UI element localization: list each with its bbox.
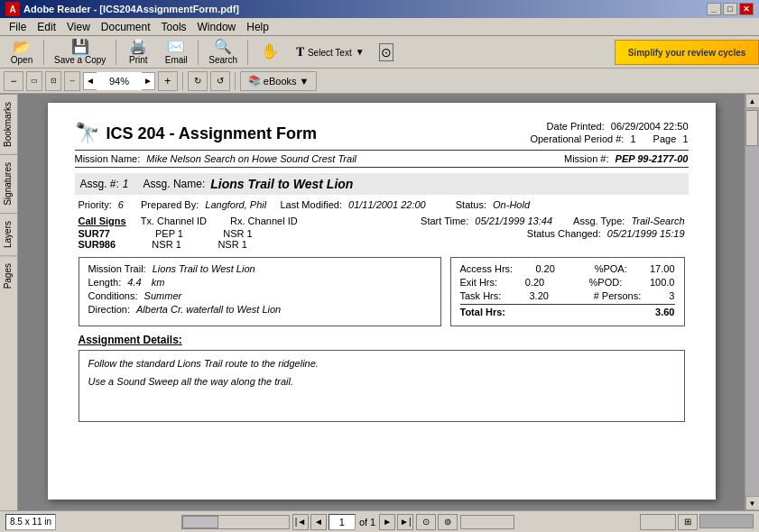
scroll-track[interactable] (745, 108, 760, 496)
toolbar2-separator2 (235, 72, 236, 90)
mission-num-label: Mission #: (564, 153, 609, 164)
save-icon: 💾 (71, 40, 89, 54)
page-fit-button[interactable]: ⊡ (45, 71, 61, 91)
persons-value: 3 (669, 290, 674, 301)
last-page-button[interactable]: ►| (397, 514, 413, 530)
open-button[interactable]: 📂 Open (4, 38, 40, 67)
select-text-button[interactable]: 𝐓 Select Text ▼ (290, 38, 371, 67)
minimize-button[interactable]: _ (707, 3, 721, 15)
pan-button[interactable]: ✋ (252, 38, 288, 67)
start-time-label: Start Time: (421, 216, 468, 226)
horizontal-scroll-right[interactable] (460, 515, 514, 529)
call-sign-sur77: SUR77 (79, 228, 133, 239)
total-hrs-value: 3.60 (655, 307, 674, 317)
select-text-dropdown-icon[interactable]: ▼ (356, 47, 365, 57)
ebooks-dropdown-icon: ▼ (300, 76, 310, 87)
next-page-button[interactable]: ► (379, 514, 395, 530)
page-width-button[interactable]: ↔ (64, 71, 80, 91)
zoom-out-button[interactable]: − (4, 71, 23, 91)
poa-value: 17.00 (650, 263, 675, 274)
call-sign-sur986: SUR986 (79, 239, 133, 250)
left-panel-tabs: Bookmarks Signatures Layers Pages (0, 94, 18, 510)
search-button[interactable]: 🔍 Search (202, 38, 244, 67)
layers-tab[interactable]: Layers (0, 213, 17, 255)
call-signs-label: Call Signs (79, 216, 126, 226)
exit-hrs-row: Exit Hrs: 0.20 %POD: 100.0 (460, 277, 675, 288)
toolbar: 📂 Open 💾 Save a Copy 🖨️ Print ✉️ Email 🔍… (0, 36, 759, 69)
access-hrs-value: 0.20 (535, 263, 571, 274)
zoom-input[interactable] (97, 72, 142, 90)
priority-value: 6 (118, 199, 124, 210)
prev-page-button[interactable]: ◄ (310, 514, 327, 530)
restore-button[interactable]: □ (723, 3, 737, 15)
task-hrs-label: Task Hrs: (460, 290, 502, 301)
email-icon: ✉️ (167, 40, 185, 54)
scroll-thumb[interactable] (745, 110, 758, 146)
menu-view[interactable]: View (61, 19, 96, 35)
sur77-tx: PEP 1 (138, 228, 201, 239)
horizontal-scroll-area[interactable] (181, 515, 290, 529)
poa-label: %POA: (595, 263, 627, 274)
current-page-input[interactable] (329, 514, 356, 530)
pages-tab[interactable]: Pages (0, 255, 17, 296)
status-extra-btn1[interactable] (640, 514, 676, 530)
rotate-cw-button[interactable]: ↻ (188, 71, 208, 91)
pdf-header-row: 🔭 ICS 204 - Assignment Form Date Printed… (75, 121, 689, 146)
menu-file[interactable]: File (4, 19, 32, 35)
close-button[interactable]: ✕ (739, 3, 754, 15)
ad-banner[interactable]: Simplify your review cycles (615, 40, 759, 65)
sur986-rx: NSR 1 (201, 239, 264, 250)
app-icon: A (5, 2, 20, 16)
trail-hours-section: Mission Trail: Lions Trail to West Lion … (79, 257, 685, 326)
date-printed-label: Date Printed: (547, 121, 605, 132)
menubar: File Edit View Document Tools Window Hel… (0, 18, 759, 36)
zoom-display: ◄ ► (83, 72, 155, 90)
bookmarks-tab[interactable]: Bookmarks (0, 94, 17, 154)
menu-help[interactable]: Help (241, 19, 274, 35)
pdf-scroll-area[interactable]: 🔭 ICS 204 - Assignment Form Date Printed… (18, 94, 745, 510)
menu-window[interactable]: Window (192, 19, 242, 35)
task-hrs-value: 3.20 (529, 290, 565, 301)
zoom-back-icon[interactable]: ◄ (84, 76, 97, 86)
email-button[interactable]: ✉️ Email (158, 38, 194, 67)
first-page-button[interactable]: |◄ (292, 514, 309, 530)
signatures-tab[interactable]: Signatures (0, 154, 17, 213)
page-thumb-button[interactable]: ▭ (26, 71, 42, 91)
total-hrs-row: Total Hrs: 3.60 (460, 304, 675, 317)
print-button[interactable]: 🖨️ Print (120, 38, 156, 67)
persons-label: # Persons: (594, 290, 642, 301)
zoom-fwd-icon[interactable]: ► (142, 76, 154, 86)
direction-label: Direction: (88, 304, 130, 315)
snapshot-icon: ⊙ (379, 43, 393, 61)
snapshot-button[interactable]: ⊙ (373, 38, 400, 67)
menu-document[interactable]: Document (96, 19, 156, 35)
rec-start-button[interactable]: ⊙ (416, 514, 436, 530)
scroll-down-button[interactable]: ▼ (745, 496, 760, 510)
save-copy-button[interactable]: 💾 Save a Copy (48, 38, 112, 67)
right-scrollbar[interactable]: ▲ ▼ (745, 94, 759, 510)
sur77-rx: NSR 1 (207, 228, 270, 239)
menu-edit[interactable]: Edit (32, 19, 61, 35)
ebooks-button[interactable]: 📚 eBooks ▼ (240, 71, 318, 91)
page-nav-group: |◄ ◄ of 1 ► ►| (292, 514, 413, 530)
tx-channel-label: Tx. Channel ID (141, 216, 207, 226)
pdf-assignment-row: Assg. #: 1 Assg. Name: Lions Trail to We… (75, 173, 689, 195)
status-extra-btn2[interactable]: ⊞ (678, 514, 698, 530)
page-size-display: 8.5 x 11 in (5, 514, 56, 530)
rotate-ccw-button[interactable]: ↺ (210, 71, 230, 91)
length-value: 4.4 (127, 277, 141, 288)
zoom-in-button[interactable]: + (158, 71, 178, 91)
menu-tools[interactable]: Tools (156, 19, 192, 35)
status-value: On-Hold (493, 199, 530, 210)
sur986-tx: NSR 1 (135, 239, 199, 250)
assg-type-value: Trail-Search (631, 216, 684, 226)
call-sign-data-row-1: SUR77 PEP 1 NSR 1 Status Changed: 05/21/… (75, 228, 689, 239)
toolbar-separator-3 (198, 40, 199, 65)
conditions-label: Conditions: (88, 290, 138, 301)
rec-end-button[interactable]: ⊚ (438, 514, 458, 530)
page-value: 1 (682, 133, 688, 144)
scroll-up-button[interactable]: ▲ (745, 94, 760, 108)
pdf-title: 🔭 ICS 204 - Assignment Form (75, 122, 317, 145)
horizontal-thumb[interactable] (182, 516, 218, 528)
window-title: Adobe Reader - [ICS204AssignmentForm.pdf… (23, 4, 239, 14)
